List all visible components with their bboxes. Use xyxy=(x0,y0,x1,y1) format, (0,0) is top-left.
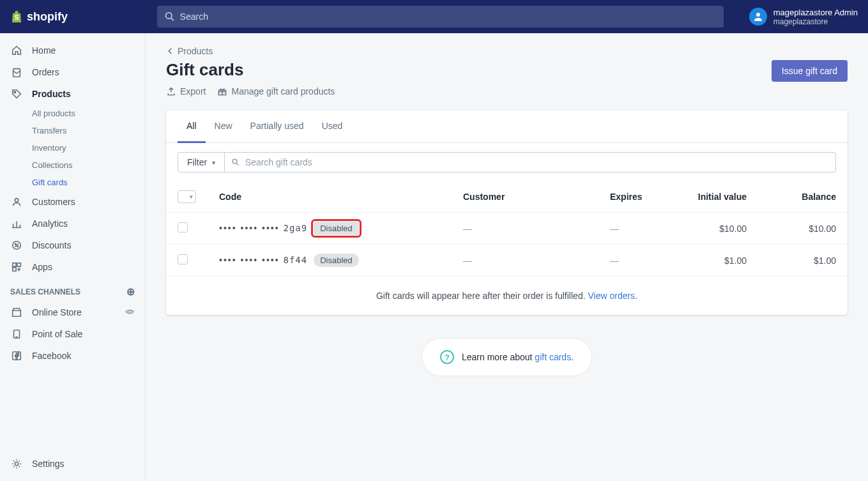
subnav-collections[interactable]: Collections xyxy=(32,157,145,174)
searchbar[interactable] xyxy=(157,6,724,27)
apps-icon xyxy=(10,261,23,273)
filter-label: Filter xyxy=(187,157,207,167)
breadcrumb-label: Products xyxy=(178,46,213,56)
sidebar-item-online-store[interactable]: Online Store xyxy=(0,302,145,323)
sidebar-item-facebook[interactable]: Facebook xyxy=(0,345,145,367)
sidebar-item-home[interactable]: Home xyxy=(0,40,145,61)
user-info: mageplazastore Admin mageplazastore xyxy=(773,8,858,26)
customers-icon xyxy=(10,195,23,208)
svg-rect-15 xyxy=(13,263,16,266)
tab-partially-used[interactable]: Partially used xyxy=(241,111,313,143)
sidebar-item-label: Customers xyxy=(32,197,75,207)
sidebar-item-label: Home xyxy=(32,45,56,56)
select-all-checkbox[interactable] xyxy=(178,190,196,203)
gift-cards-table: Code Customer Expires Initial value Bala… xyxy=(166,181,848,276)
user-name: mageplazastore Admin xyxy=(773,8,858,17)
th-customer: Customer xyxy=(452,181,598,213)
svg-line-29 xyxy=(236,163,238,165)
sidebar-bottom: Settings xyxy=(0,447,145,481)
th-code: Code xyxy=(208,181,452,213)
products-subnav: All products Transfers Inventory Collect… xyxy=(0,105,145,191)
svg-point-6 xyxy=(15,199,18,202)
svg-text:S: S xyxy=(15,14,19,21)
export-icon xyxy=(166,86,176,96)
filter-row: Filter xyxy=(166,143,848,181)
orders-icon xyxy=(10,66,23,79)
row-checkbox[interactable] xyxy=(178,254,188,264)
table-row[interactable]: •••• •••• •••• 2ga9Disabled——$10.00$10.0… xyxy=(166,213,848,245)
page-header: Gift cards Export Manage gift card produ… xyxy=(166,60,848,96)
svg-point-5 xyxy=(14,91,16,93)
manage-products-button[interactable]: Manage gift card products xyxy=(217,86,335,96)
add-channel-icon[interactable]: ⊕ xyxy=(126,286,135,298)
sidebar-item-apps[interactable]: Apps xyxy=(0,256,145,278)
sidebar-item-discounts[interactable]: Discounts xyxy=(0,234,145,256)
sidebar-item-label: Apps xyxy=(32,262,52,272)
view-orders-link[interactable]: View orders xyxy=(588,291,635,301)
discounts-icon xyxy=(10,239,23,252)
brand-name: shopify xyxy=(27,10,68,24)
user-menu[interactable]: mageplazastore Admin mageplazastore xyxy=(736,8,858,26)
breadcrumb[interactable]: Products xyxy=(166,46,848,56)
primary-nav: Home Orders Products All products Transf… xyxy=(0,33,145,373)
sidebar-item-products[interactable]: Products xyxy=(0,83,145,105)
tab-all[interactable]: All xyxy=(178,111,206,143)
tab-used[interactable]: Used xyxy=(313,111,352,143)
sidebar-item-customers[interactable]: Customers xyxy=(0,191,145,213)
facebook-icon xyxy=(10,349,23,362)
status-badge: Disabled xyxy=(314,254,359,267)
customer-cell: — xyxy=(463,224,472,234)
sidebar-item-label: Online Store xyxy=(32,307,82,317)
subnav-gift-cards[interactable]: Gift cards xyxy=(32,174,145,191)
svg-point-3 xyxy=(756,13,760,17)
topbar: S shopify mageplazastore Admin mageplaza… xyxy=(0,0,868,33)
learn-text: Learn more about gift cards. xyxy=(462,352,574,362)
gift-card-search-input[interactable] xyxy=(245,157,829,167)
sidebar-item-settings[interactable]: Settings xyxy=(0,453,145,475)
subnav-inventory[interactable]: Inventory xyxy=(32,139,145,157)
sidebar-item-label: Discounts xyxy=(32,240,71,250)
subnav-all-products[interactable]: All products xyxy=(32,105,145,122)
sidebar-item-label: Settings xyxy=(32,459,65,469)
sidebar-item-orders[interactable]: Orders xyxy=(0,61,145,83)
learn-period: . xyxy=(571,352,574,362)
pos-icon xyxy=(10,328,23,340)
learn-more-pill: ? Learn more about gift cards. xyxy=(422,338,592,376)
issue-gift-card-button[interactable]: Issue gift card xyxy=(772,60,848,82)
search-field[interactable] xyxy=(225,152,836,172)
th-balance: Balance xyxy=(758,181,848,213)
subnav-transfers[interactable]: Transfers xyxy=(32,122,145,139)
row-checkbox[interactable] xyxy=(178,222,188,233)
sidebar-item-analytics[interactable]: Analytics xyxy=(0,213,145,234)
initial-cell: $1.00 xyxy=(669,245,758,277)
svg-rect-16 xyxy=(17,263,20,266)
sidebar: Home Orders Products All products Transf… xyxy=(0,33,146,481)
preview-icon[interactable] xyxy=(125,307,135,319)
products-icon xyxy=(10,88,23,100)
table-footer: Gift cards will appear here after their … xyxy=(166,276,848,315)
gift-icon xyxy=(217,86,227,96)
search-input[interactable] xyxy=(180,11,716,22)
sidebar-item-pos[interactable]: Point of Sale xyxy=(0,323,145,345)
shopify-bag-icon: S xyxy=(10,10,23,24)
page-title: Gift cards xyxy=(166,60,335,80)
avatar xyxy=(749,8,767,26)
code-mask: •••• •••• •••• xyxy=(219,223,284,233)
filter-button[interactable]: Filter xyxy=(178,152,225,172)
gear-icon xyxy=(10,457,23,470)
footer-text: Gift cards will appear here after their … xyxy=(376,291,588,301)
svg-rect-17 xyxy=(13,268,16,271)
svg-point-13 xyxy=(15,243,16,245)
export-label: Export xyxy=(180,86,206,96)
table-row[interactable]: •••• •••• •••• 8f44Disabled——$1.00$1.00 xyxy=(166,245,848,277)
svg-line-2 xyxy=(171,18,174,20)
learn-link[interactable]: gift cards xyxy=(535,352,571,362)
search-icon xyxy=(231,158,240,167)
th-initial: Initial value xyxy=(669,181,758,213)
export-button[interactable]: Export xyxy=(166,86,206,96)
tab-new[interactable]: New xyxy=(206,111,241,143)
initial-cell: $10.00 xyxy=(669,213,758,245)
logo[interactable]: S shopify xyxy=(10,10,68,24)
status-badge: Disabled xyxy=(314,222,359,235)
sidebar-item-label: Point of Sale xyxy=(32,329,82,339)
